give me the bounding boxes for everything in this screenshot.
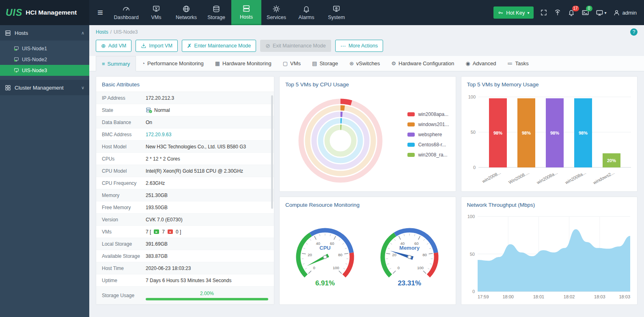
svg-text:18:03: 18:03: [594, 294, 605, 299]
storage-usage-value: 2.00%: [146, 291, 268, 296]
services-gear-icon: [272, 5, 280, 13]
legend-label: websphere: [418, 132, 442, 137]
tab-hardware-configuration[interactable]: ⚙Hardware Configuration: [386, 56, 460, 71]
import-icon: [141, 43, 146, 49]
legend-label: Centos68-r...: [418, 142, 446, 148]
user-icon: [613, 9, 620, 16]
tab-tasks[interactable]: ≔Tasks: [502, 56, 534, 71]
fullscreen-button[interactable]: [540, 9, 547, 16]
legend-item[interactable]: websphere: [407, 129, 449, 139]
performance-icon: ◔: [142, 60, 145, 66]
svg-text:98%: 98%: [493, 131, 502, 135]
alarm-bell-button[interactable]: 17: [568, 9, 575, 16]
legend-label: win2008_ra...: [418, 152, 447, 158]
gauge-value: 23.31%: [398, 279, 421, 287]
svg-text:98%: 98%: [578, 131, 587, 135]
attribute-row: Local Storage391.69GB: [96, 238, 274, 250]
nav-vms[interactable]: VMs: [141, 0, 171, 25]
exit-maintenance-label: Exit Maintenance Mode: [273, 43, 326, 49]
nav-label: System: [328, 15, 345, 20]
key-icon: [498, 10, 504, 16]
breadcrumb: Hosts / UIS-Node3 ?: [89, 25, 644, 39]
legend-item[interactable]: win2008_ra...: [407, 150, 449, 160]
upload-button[interactable]: [554, 9, 561, 16]
tab-summary[interactable]: ≡Summary: [96, 56, 136, 71]
attribute-label: Version: [102, 217, 146, 223]
nav-networks[interactable]: Networks: [171, 0, 201, 25]
attribute-row: StateNormal: [96, 104, 274, 116]
tab-label: VMs: [290, 60, 301, 66]
breadcrumb-hosts-link[interactable]: Hosts: [96, 29, 108, 35]
sidebar-section-cluster-management[interactable]: Cluster Management ∨: [0, 80, 89, 95]
display-menu-button[interactable]: ▾: [596, 9, 607, 17]
tab-vms[interactable]: ▢VMs: [277, 56, 306, 71]
chevron-up-icon: ∧: [81, 30, 84, 36]
svg-text:win2008a...: win2008a...: [535, 170, 558, 185]
nav-services[interactable]: Services: [261, 0, 291, 25]
tab-vswitches[interactable]: ⊛vSwitches: [344, 56, 386, 71]
hardware-monitoring-icon: ▦: [215, 60, 220, 66]
more-actions-label: More Actions: [349, 43, 378, 49]
nav-alarms[interactable]: Alarms: [291, 0, 321, 25]
attribute-label: CPUs: [102, 156, 146, 162]
svg-text:windows2...: windows2...: [592, 170, 615, 185]
add-vm-button[interactable]: ⊕ Add VM: [96, 40, 131, 52]
user-menu[interactable]: admin: [613, 9, 637, 16]
legend-item[interactable]: Centos68-r...: [407, 139, 449, 150]
nav-storage[interactable]: Storage: [201, 0, 231, 25]
sidebar-section-hosts[interactable]: Hosts ∧: [0, 25, 89, 41]
tab-label: Storage: [319, 60, 338, 66]
sidebar-item-uis-node1[interactable]: UIS-Node1: [0, 43, 89, 54]
memory-top5-bar-chart: 05010098%win2008...98%Win2008....98%win2…: [461, 91, 636, 188]
attribute-value: 2.63GHz: [146, 180, 268, 186]
alarm-count-badge: 17: [572, 6, 579, 11]
sidebar-item-uis-node3[interactable]: UIS-Node3: [0, 65, 89, 76]
attribute-row: Available Storage383.87GB: [96, 250, 274, 262]
legend-item[interactable]: win2008apa...: [407, 109, 449, 119]
menu-toggle-icon[interactable]: ≡: [89, 0, 111, 25]
exit-maintenance-button[interactable]: ⊘ Exit Maintenance Mode: [260, 40, 331, 52]
vswitches-icon: ⊛: [349, 60, 354, 66]
compute-monitoring-panel: Compute Resource Monitoring 020406080100…: [279, 197, 456, 305]
hosts-section-icon: [5, 30, 11, 36]
svg-text:50: 50: [470, 252, 474, 257]
tab-storage[interactable]: ▤Storage: [306, 56, 344, 71]
tab-advanced[interactable]: ◉Advanced: [460, 56, 502, 71]
attribute-value: 172.20.9.63: [146, 132, 268, 137]
legend-swatch: [407, 133, 415, 137]
attribute-value: 391.69GB: [146, 241, 268, 247]
svg-text:Memory: Memory: [399, 245, 420, 251]
tab-performance-monitoring[interactable]: ◔Performance Monitoring: [136, 56, 209, 71]
legend-item[interactable]: windows201...: [407, 119, 449, 129]
console-button[interactable]: 0: [582, 9, 589, 17]
attribute-value: 2.00%: [146, 291, 268, 300]
host-node-label: UIS-Node2: [22, 57, 47, 62]
sidebar-item-uis-node2[interactable]: UIS-Node2: [0, 54, 89, 65]
section-label: Cluster Management: [15, 85, 64, 91]
svg-text:100: 100: [333, 266, 339, 270]
hot-key-button[interactable]: Hot Key ▾: [493, 6, 533, 19]
more-actions-button[interactable]: ⋯ More Actions: [335, 40, 383, 52]
host-node-label: UIS-Node3: [22, 68, 47, 73]
help-button[interactable]: ?: [630, 28, 638, 36]
attribute-label: Memory: [102, 193, 146, 198]
attribute-label: Available Storage: [102, 253, 146, 259]
nav-dashboard[interactable]: Dashboard: [111, 0, 141, 25]
gauge-value: 6.91%: [315, 279, 335, 287]
tab-label: Tasks: [515, 60, 528, 66]
nav-hosts[interactable]: Hosts: [231, 0, 261, 25]
nav-system[interactable]: System: [321, 0, 351, 25]
svg-text:0: 0: [313, 266, 315, 270]
svg-text:98%: 98%: [521, 131, 530, 135]
breadcrumb-separator: /: [110, 29, 112, 35]
svg-text:98%: 98%: [550, 131, 559, 135]
nav-label: Hosts: [240, 14, 253, 20]
attribute-row: Data BalanceOn: [96, 116, 274, 129]
enter-maintenance-button[interactable]: ✗ Enter Maintenance Mode: [182, 40, 256, 52]
legend-swatch: [407, 153, 415, 157]
import-vm-button[interactable]: Import VM: [136, 40, 178, 52]
bmc-address-link[interactable]: 172.20.9.63: [146, 132, 171, 137]
action-toolbar: ⊕ Add VM Import VM ✗ Enter Maintenance M…: [89, 39, 644, 56]
scrollbar-thumb[interactable]: [271, 95, 273, 209]
tab-hardware-monitoring[interactable]: ▦Hardware Monitoring: [209, 56, 277, 71]
